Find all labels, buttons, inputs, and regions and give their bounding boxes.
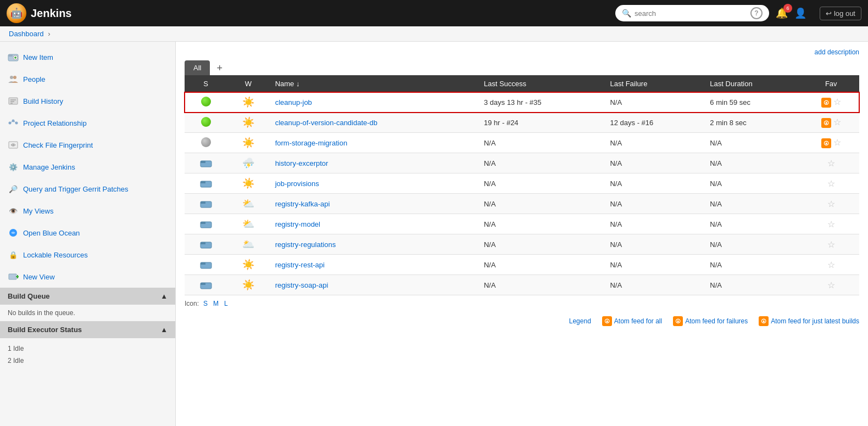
status-icon-folder	[200, 242, 212, 250]
job-link[interactable]: cleanup-of-version-candidate-db	[275, 119, 377, 127]
rss-icon-all: ⦿	[602, 316, 612, 326]
svg-rect-23	[201, 161, 205, 163]
tab-all[interactable]: All	[185, 60, 210, 75]
col-header-w: W	[227, 75, 269, 92]
build-queue-header[interactable]: Build Queue ▲	[0, 288, 175, 305]
svg-rect-33	[201, 262, 205, 265]
fav-star-button[interactable]: ☆	[833, 137, 841, 148]
sidebar-item-check-file-fingerprint[interactable]: Check File Fingerprint	[0, 134, 175, 156]
legend-link[interactable]: Legend	[569, 317, 591, 325]
status-icon-folder	[200, 222, 212, 230]
search-bar: 🔍 ?	[615, 5, 769, 21]
job-link[interactable]: registry-kafka-api	[275, 200, 330, 208]
fav-star-button[interactable]: ☆	[833, 97, 841, 107]
rss-icon-failures: ⦿	[673, 316, 683, 326]
col-header-name[interactable]: Name ↓	[270, 75, 478, 92]
executor-1: 1 Idle	[8, 343, 168, 355]
header-actions: 🔔 6 👤 ↩ log out	[776, 7, 861, 20]
fav-star-button[interactable]: ☆	[827, 178, 835, 189]
cell-name: cleanup-job	[270, 92, 478, 113]
breadcrumb-dashboard[interactable]: Dashboard	[9, 30, 44, 38]
atom-latest-feed: ⦿ Atom feed for just latest builds	[759, 316, 859, 326]
app-header: 🤖 Jenkins 🔍 ? 🔔 6 👤 ↩ log out	[0, 0, 868, 26]
cell-last-success: N/A	[478, 153, 605, 173]
fav-star-button[interactable]: ☆	[827, 219, 835, 229]
atom-all-link[interactable]: Atom feed for all	[614, 317, 662, 325]
cell-name: form-storage-migration	[270, 133, 478, 153]
cell-fav: ☆	[803, 173, 859, 194]
icon-size-m[interactable]: M	[213, 300, 219, 307]
icon-size-s[interactable]: S	[203, 300, 208, 307]
atom-failures-link[interactable]: Atom feed for failures	[685, 317, 748, 325]
rss-icon[interactable]: ⦿	[821, 118, 831, 128]
fav-star-button[interactable]: ☆	[827, 239, 835, 250]
col-header-last-duration: Last Duration	[704, 75, 803, 92]
logout-button[interactable]: ↩ log out	[820, 7, 861, 20]
icon-size-label: Icon:	[185, 300, 199, 307]
build-executor-header[interactable]: Build Executor Status ▲	[0, 321, 175, 338]
sidebar-item-new-view[interactable]: New View	[0, 266, 175, 288]
sidebar: New Item People Build History Project Re…	[0, 42, 176, 426]
fav-star-button[interactable]: ☆	[827, 158, 835, 169]
executor-2: 2 Idle	[8, 355, 168, 367]
cell-fav: ☆	[803, 194, 859, 214]
sidebar-item-build-history[interactable]: Build History	[0, 90, 175, 112]
cell-fav: ☆	[803, 255, 859, 275]
fingerprint-icon	[8, 139, 19, 150]
status-icon-green	[201, 117, 211, 127]
svg-point-12	[12, 120, 15, 122]
weather-icon-sunny: ☀️	[242, 178, 254, 189]
fav-star-button[interactable]: ☆	[827, 199, 835, 209]
sidebar-project-relationship-label: Project Relationship	[23, 119, 87, 127]
job-link[interactable]: form-storage-migration	[275, 139, 348, 147]
cell-last-failure: N/A	[604, 255, 704, 275]
help-icon[interactable]: ?	[750, 7, 763, 19]
job-link[interactable]: registry-soap-api	[275, 281, 329, 289]
fav-star-button[interactable]: ☆	[827, 280, 835, 290]
job-link[interactable]: registry-model	[275, 220, 320, 228]
sidebar-item-my-views[interactable]: 👁️ My Views	[0, 200, 175, 222]
job-link[interactable]: cleanup-job	[275, 98, 312, 107]
cell-status	[185, 255, 227, 275]
col-header-last-failure: Last Failure	[604, 75, 704, 92]
weather-icon-sunny: ☀️	[242, 97, 254, 108]
atom-latest-link[interactable]: Atom feed for just latest builds	[771, 317, 859, 325]
sidebar-item-people[interactable]: People	[0, 68, 175, 90]
table-row: ☀️ cleanup-of-version-candidate-db 19 hr…	[185, 113, 859, 133]
fav-star-button[interactable]: ☆	[827, 260, 835, 270]
app-logo[interactable]: 🤖 Jenkins	[7, 3, 71, 23]
table-row: ⛅ registry-model N/A N/A N/A ☆	[185, 214, 859, 234]
cell-last-duration: 6 min 59 sec	[704, 92, 803, 113]
cell-last-success: N/A	[478, 214, 605, 234]
sidebar-item-query-gerrit[interactable]: 🔎 Query and Trigger Gerrit Patches	[0, 178, 175, 200]
cell-last-duration: N/A	[704, 214, 803, 234]
user-icon[interactable]: 👤	[794, 7, 806, 19]
cell-status	[185, 214, 227, 234]
sidebar-my-views-label: My Views	[23, 207, 53, 215]
sidebar-item-open-blue-ocean[interactable]: Open Blue Ocean	[0, 222, 175, 244]
fav-star-button[interactable]: ☆	[833, 117, 841, 127]
search-input[interactable]	[635, 9, 747, 18]
icon-size-l[interactable]: L	[224, 300, 228, 307]
job-link[interactable]: registry-rest-api	[275, 261, 325, 269]
main-content: add description All + S W Name ↓ Last Su…	[176, 42, 868, 426]
rss-icon[interactable]: ⦿	[821, 138, 831, 148]
job-link[interactable]: history-excerptor	[275, 159, 329, 167]
add-description-link[interactable]: add description	[815, 48, 859, 56]
sidebar-item-project-relationship[interactable]: Project Relationship	[0, 112, 175, 134]
cell-weather: ⛅	[227, 194, 269, 214]
sidebar-item-manage-jenkins[interactable]: ⚙️ Manage Jenkins	[0, 156, 175, 178]
rss-icon[interactable]: ⦿	[821, 98, 831, 108]
notification-bell[interactable]: 🔔 6	[776, 7, 788, 19]
table-row: ⛅ registry-kafka-api N/A N/A N/A ☆	[185, 194, 859, 214]
executor-1-number: 1	[8, 345, 12, 352]
gerrit-icon: 🔎	[8, 183, 19, 194]
layout: New Item People Build History Project Re…	[0, 42, 868, 426]
sidebar-item-lockable-resources[interactable]: 🔒 Lockable Resources	[0, 244, 175, 266]
tab-add-button[interactable]: +	[212, 63, 227, 73]
job-link[interactable]: registry-regulations	[275, 240, 336, 249]
rss-icon-latest: ⦿	[759, 316, 769, 326]
job-link[interactable]: job-provisions	[275, 180, 319, 188]
sidebar-item-new-item[interactable]: New Item	[0, 46, 175, 68]
cell-last-failure: N/A	[604, 194, 704, 214]
